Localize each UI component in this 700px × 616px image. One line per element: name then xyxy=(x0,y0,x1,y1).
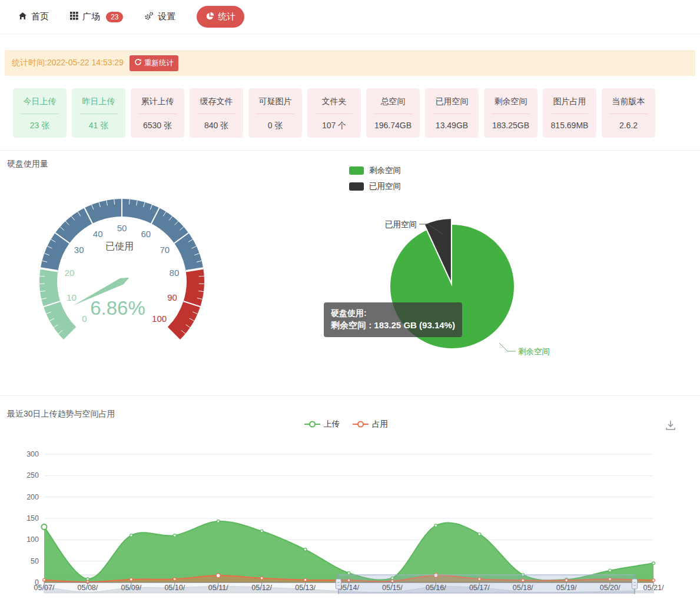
plaza-count-badge: 23 xyxy=(106,12,123,22)
svg-text:05/14/: 05/14/ xyxy=(339,584,359,592)
svg-text:05/17/: 05/17/ xyxy=(469,584,490,592)
nav-home-label: 首页 xyxy=(31,11,49,22)
svg-text:300: 300 xyxy=(26,450,39,458)
svg-text:05/16/: 05/16/ xyxy=(426,584,446,592)
stat-card-version: 当前版本2.6.2 xyxy=(602,88,655,138)
stat-card-image-usage: 图片占用815.69MB xyxy=(543,88,596,138)
pie-icon xyxy=(205,12,214,22)
gauge-band xyxy=(168,268,204,339)
svg-text:250: 250 xyxy=(26,471,39,480)
svg-text:100: 100 xyxy=(152,314,167,324)
svg-text:150: 150 xyxy=(26,514,39,522)
stat-card-yesterday: 昨日上传41 张 xyxy=(72,88,125,138)
stats-time-label: 统计时间:2022-05-22 14:53:29 xyxy=(12,58,124,68)
svg-text:05/13/: 05/13/ xyxy=(295,584,316,592)
grid-icon xyxy=(70,12,78,22)
pie-label-free: 剩余空间 xyxy=(518,347,550,356)
download-icon xyxy=(664,419,677,431)
legend-marker-upload xyxy=(304,420,320,428)
pie-tooltip-value: 剩余空间 : 183.25 GB (93.14%) xyxy=(331,319,455,332)
download-chart-button[interactable] xyxy=(664,419,677,434)
stat-card-free-space: 剩余空间183.25GB xyxy=(484,88,538,138)
pie-tooltip: 硬盘使用: 剩余空间 : 183.25 GB (93.14%) xyxy=(324,302,462,337)
stat-card-total-uploads: 累计上传6530 张 xyxy=(131,88,184,138)
datazoom-handle-right[interactable] xyxy=(632,579,637,589)
section-divider xyxy=(0,150,700,151)
svg-text:200: 200 xyxy=(26,493,39,501)
legend-item-usage[interactable]: 占用 xyxy=(353,419,388,429)
svg-text:05/15/: 05/15/ xyxy=(382,584,403,592)
stat-card-today: 今日上传23 张 xyxy=(13,88,67,138)
gear-icon xyxy=(144,12,154,22)
pie-legend: 剩余空间 已用空间 xyxy=(349,165,401,192)
svg-text:100: 100 xyxy=(26,535,39,544)
svg-text:90: 90 xyxy=(167,292,177,302)
trend-legend: 上传 占用 xyxy=(304,419,388,429)
svg-text:05/20/: 05/20/ xyxy=(600,584,621,592)
home-icon xyxy=(18,12,27,22)
section-divider xyxy=(0,395,700,396)
svg-text:80: 80 xyxy=(170,268,180,278)
trend-chart: 05010015020025030005/07/05/08/05/09/05/1… xyxy=(0,438,700,600)
gauge-value: 6.86% xyxy=(90,297,145,319)
svg-text:05/12/: 05/12/ xyxy=(251,584,272,592)
svg-text:05/07/: 05/07/ xyxy=(34,584,55,592)
stat-card-total-space: 总空间196.74GB xyxy=(366,88,420,138)
svg-text:10: 10 xyxy=(67,292,77,302)
pie-tooltip-title: 硬盘使用: xyxy=(331,307,455,319)
stat-card-folders: 文件夹107 个 xyxy=(307,88,361,138)
svg-text:30: 30 xyxy=(74,245,84,255)
legend-item-upload[interactable]: 上传 xyxy=(304,419,340,429)
svg-text:50: 50 xyxy=(31,557,39,565)
gauge-band xyxy=(39,268,76,339)
svg-text:70: 70 xyxy=(160,245,170,255)
stats-time-banner: 统计时间:2022-05-22 14:53:29 重新统计 xyxy=(5,50,695,76)
svg-text:05/21/: 05/21/ xyxy=(643,584,664,592)
nav-plaza-label: 广场 xyxy=(82,11,100,22)
svg-text:05/18/: 05/18/ xyxy=(513,584,533,592)
disk-section-title: 硬盘使用量 xyxy=(7,159,48,169)
datazoom-handle-left[interactable] xyxy=(336,579,341,589)
top-navbar: 首页 广场 23 设置 xyxy=(0,0,700,34)
recount-label: 重新统计 xyxy=(144,58,174,68)
legend-label-upload: 上传 xyxy=(324,419,340,429)
svg-text:50: 50 xyxy=(117,223,127,233)
svg-text:60: 60 xyxy=(141,229,151,239)
svg-text:05/10/: 05/10/ xyxy=(164,584,185,592)
stats-page: { "nav": { "items": [ {"label": "首页", "i… xyxy=(0,0,700,616)
stat-card-suspect-images: 可疑图片0 张 xyxy=(248,88,302,138)
legend-label-usage: 占用 xyxy=(372,419,388,429)
legend-swatch-used xyxy=(349,182,364,191)
gauge-label: 已使用 xyxy=(105,241,134,251)
legend-swatch-free xyxy=(349,167,364,175)
nav-stats-label: 统计 xyxy=(218,11,235,22)
refresh-icon xyxy=(134,58,142,68)
legend-label-free: 剩余空间 xyxy=(369,165,401,176)
svg-text:05/19/: 05/19/ xyxy=(556,584,577,592)
nav-plaza[interactable]: 广场 23 xyxy=(70,11,123,22)
legend-label-used: 已用空间 xyxy=(369,181,401,192)
nav-settings-label: 设置 xyxy=(158,11,175,22)
nav-stats[interactable]: 统计 xyxy=(197,6,244,28)
nav-home[interactable]: 首页 xyxy=(18,11,49,22)
legend-item-used-space[interactable]: 已用空间 xyxy=(349,181,401,192)
legend-marker-usage xyxy=(353,420,369,428)
pie-label-used: 已用空间 xyxy=(385,220,417,229)
svg-text:05/08/: 05/08/ xyxy=(78,584,98,592)
legend-item-free-space[interactable]: 剩余空间 xyxy=(349,165,401,176)
svg-text:20: 20 xyxy=(65,268,75,278)
stat-card-cache-files: 缓存文件840 张 xyxy=(190,88,243,138)
stat-card-used-space: 已用空间13.49GB xyxy=(425,88,479,138)
trend-section-title: 最近30日上传趋势与空间占用 xyxy=(7,409,115,419)
stat-cards-row: 今日上传23 张 昨日上传41 张 累计上传6530 张 缓存文件840 张 可… xyxy=(13,88,655,138)
svg-text:05/11/: 05/11/ xyxy=(208,584,228,592)
svg-text:05/09/: 05/09/ xyxy=(121,584,141,592)
svg-text:0: 0 xyxy=(82,314,87,324)
recount-button[interactable]: 重新统计 xyxy=(130,55,178,71)
nav-settings[interactable]: 设置 xyxy=(144,11,175,22)
svg-text:40: 40 xyxy=(93,229,103,239)
